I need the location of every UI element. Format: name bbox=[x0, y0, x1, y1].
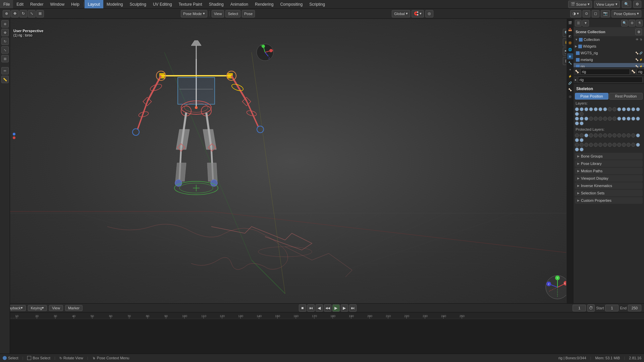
timeline-track-area[interactable] bbox=[0, 319, 644, 352]
prot-dot-27[interactable] bbox=[622, 143, 626, 147]
collection-item-wgts[interactable]: WGTS_rig 🦴 🔗 bbox=[574, 50, 644, 56]
rig-checkbox[interactable] bbox=[576, 65, 580, 68]
prot-dot-5[interactable] bbox=[594, 133, 598, 137]
prot-dot-16[interactable] bbox=[580, 138, 584, 142]
view-menu-btn[interactable]: View bbox=[212, 10, 224, 17]
layer-dot-14[interactable] bbox=[636, 107, 640, 111]
prot-dot-3[interactable] bbox=[584, 133, 588, 137]
custom-properties-header[interactable]: ▶ Custom Properties bbox=[575, 197, 642, 203]
rotate-btn[interactable]: ↻ bbox=[19, 10, 27, 17]
layer-dot-27[interactable] bbox=[622, 117, 626, 121]
wgts-checkbox[interactable] bbox=[576, 51, 580, 55]
timer-btn[interactable]: ⏱ bbox=[587, 304, 595, 312]
layer-dot-28[interactable] bbox=[627, 117, 631, 121]
prot-dot-25[interactable] bbox=[612, 143, 616, 147]
camera-view-btn[interactable]: 📷 bbox=[601, 10, 610, 17]
outliner-settings-btn[interactable]: ⚙ bbox=[629, 20, 635, 26]
pose-options-btn[interactable]: Pose Options ▾ bbox=[611, 10, 641, 17]
prot-dot-2[interactable] bbox=[580, 133, 584, 137]
left-rotate-btn[interactable]: ↻ bbox=[1, 38, 9, 45]
left-annotate-btn[interactable]: ✏ bbox=[1, 67, 9, 74]
scene-selector[interactable]: 🎬 Scene ▾ bbox=[568, 1, 592, 8]
layer-dot-8[interactable] bbox=[608, 107, 612, 111]
prot-dot-26[interactable] bbox=[617, 143, 621, 147]
workspace-uv-editing[interactable]: UV Editing bbox=[150, 0, 175, 8]
layer-dot-31[interactable] bbox=[575, 121, 579, 125]
rest-position-btn[interactable]: Rest Position bbox=[609, 93, 643, 100]
keying-btn[interactable]: Keying ▾ bbox=[28, 305, 47, 311]
layer-dot-4[interactable] bbox=[589, 107, 593, 111]
prot-dot-24[interactable] bbox=[608, 143, 612, 147]
menu-file[interactable]: File bbox=[0, 0, 13, 8]
layer-dot-7[interactable] bbox=[603, 107, 607, 111]
prot-dot-8[interactable] bbox=[608, 133, 612, 137]
prot-dot-10[interactable] bbox=[617, 133, 621, 137]
layer-dot-2[interactable] bbox=[580, 107, 584, 111]
metarig-checkbox[interactable] bbox=[576, 58, 580, 62]
widgets-checkbox[interactable] bbox=[578, 45, 582, 48]
props-tab-output[interactable]: 📤 bbox=[567, 26, 573, 33]
end-frame-input[interactable] bbox=[628, 305, 641, 311]
prot-dot-19[interactable] bbox=[584, 143, 588, 147]
layer-dot-9[interactable] bbox=[612, 107, 616, 111]
prot-dot-30[interactable] bbox=[636, 143, 640, 147]
layer-dot-18[interactable] bbox=[580, 117, 584, 121]
menu-window[interactable]: Window bbox=[47, 0, 68, 8]
prot-dot-6[interactable] bbox=[598, 133, 602, 137]
workspace-shading[interactable]: Shading bbox=[206, 0, 227, 8]
outliner-icon-btn[interactable]: ☰ bbox=[575, 20, 582, 26]
layer-dot-23[interactable] bbox=[603, 117, 607, 121]
prot-dot-4[interactable] bbox=[589, 133, 593, 137]
props-tab-object[interactable]: ▣ bbox=[567, 53, 573, 59]
layer-dot-25[interactable] bbox=[612, 117, 616, 121]
prot-dot-28[interactable] bbox=[627, 143, 631, 147]
props-tab-data[interactable]: 🦴 bbox=[567, 87, 573, 93]
collection-item-metarig[interactable]: metarig 🦴 ⚡ bbox=[574, 56, 644, 63]
props-tab-world[interactable]: 🌐 bbox=[567, 47, 573, 53]
overlay-btn[interactable]: ⊙ bbox=[583, 10, 590, 17]
layer-dot-19[interactable] bbox=[584, 117, 588, 121]
rig-name-input-2[interactable] bbox=[637, 69, 644, 75]
motion-paths-header[interactable]: ▶ Motion Paths bbox=[575, 168, 642, 174]
props-tab-material[interactable]: ◎ bbox=[567, 94, 573, 100]
pose-position-btn[interactable]: Pose Position bbox=[575, 93, 608, 100]
viewport-shading-group[interactable]: ◑ ▾ bbox=[570, 10, 581, 17]
layer-dot-12[interactable] bbox=[627, 107, 631, 111]
proportional-btn[interactable]: ◎ bbox=[425, 10, 433, 17]
prot-dot-17[interactable] bbox=[575, 143, 579, 147]
layer-dot-17[interactable] bbox=[575, 117, 579, 121]
view-timeline-btn[interactable]: View bbox=[49, 305, 63, 311]
props-tab-constraints[interactable]: 🔗 bbox=[567, 80, 573, 86]
workspace-sculpting[interactable]: Sculpting bbox=[126, 0, 150, 8]
props-tab-render[interactable]: 🎬 bbox=[567, 20, 573, 26]
prot-dot-18[interactable] bbox=[580, 143, 584, 147]
workspace-modeling[interactable]: Modeling bbox=[103, 0, 126, 8]
outliner-filter-type-btn[interactable]: ⚗ bbox=[636, 20, 643, 26]
snap-btn[interactable]: 🧲 ▾ bbox=[412, 10, 424, 17]
viewport-display-header[interactable]: ▶ Viewport Display bbox=[575, 175, 642, 181]
collection-item-root[interactable]: ▼ Collection 👁 🖱 bbox=[574, 36, 644, 43]
layer-dot-24[interactable] bbox=[608, 117, 612, 121]
layer-dot-20[interactable] bbox=[589, 117, 593, 121]
layer-dot-11[interactable] bbox=[622, 107, 626, 111]
skip-end-btn[interactable]: ⏭ bbox=[349, 304, 357, 312]
left-move-btn[interactable]: ✥ bbox=[1, 29, 9, 36]
skeleton-name-input[interactable] bbox=[578, 77, 643, 83]
viewport[interactable]: X Y Z User Perspective (1) rig : torso 🔍… bbox=[10, 19, 574, 303]
prot-dot-13[interactable] bbox=[631, 133, 635, 137]
play-btn[interactable]: ▶ bbox=[332, 304, 340, 312]
global-dropdown[interactable]: Global ▾ bbox=[392, 10, 410, 17]
start-frame-input[interactable] bbox=[605, 305, 619, 311]
pose-library-header[interactable]: ▶ Pose Library bbox=[575, 161, 642, 167]
prot-dot-7[interactable] bbox=[603, 133, 607, 137]
move-btn[interactable]: ✥ bbox=[11, 10, 19, 17]
next-frame-btn[interactable]: ▶ bbox=[341, 304, 348, 312]
workspace-compositing[interactable]: Compositing bbox=[277, 0, 306, 8]
layer-dot-22[interactable] bbox=[598, 117, 602, 121]
layer-dot-32[interactable] bbox=[580, 121, 584, 125]
workspace-scripting[interactable]: Scripting bbox=[306, 0, 328, 8]
bone-groups-header[interactable]: ▶ Bone Groups bbox=[575, 153, 642, 159]
layer-dot-6[interactable] bbox=[598, 107, 602, 111]
props-tab-scene[interactable]: 🔆 bbox=[567, 40, 573, 46]
scene-collection-options[interactable]: ⚙ bbox=[635, 28, 642, 35]
